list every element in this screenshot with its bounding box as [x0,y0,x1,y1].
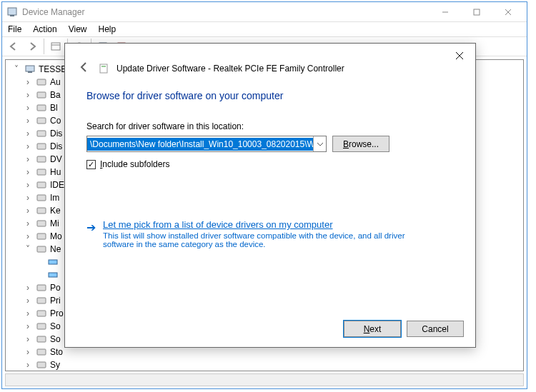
window-title: Device Manager [22,7,84,17]
device-category-icon [36,333,47,345]
svg-rect-15 [37,105,46,111]
expand-icon[interactable]: › [23,347,33,357]
pick-description: This list will show installed driver sof… [103,231,432,248]
expand-icon[interactable]: ˅ [11,64,21,74]
svg-rect-40 [101,66,106,67]
tree-item-label: Dis [50,141,62,151]
expand-icon[interactable]: › [23,180,33,190]
svg-rect-34 [37,349,46,355]
svg-rect-12 [28,71,32,73]
svg-rect-23 [37,208,46,213]
expand-icon[interactable]: ˅ [23,244,33,254]
svg-rect-0 [8,8,16,15]
expand-icon[interactable]: › [23,90,33,100]
expand-icon[interactable]: › [23,141,33,151]
include-subfolders-checkbox[interactable]: ✓ [86,160,96,169]
expand-icon[interactable]: › [23,129,33,139]
network-adapter-icon [47,256,59,268]
menubar: File Action View Help [2,22,527,36]
nav-forward-button[interactable] [24,39,41,54]
tree-item-label: Po [50,283,61,293]
device-category-icon [36,179,47,191]
expand-icon[interactable]: › [23,167,33,177]
tree-item-label: Co [50,116,61,126]
svg-rect-18 [37,144,46,149]
tree-item-label: Hu [50,167,61,177]
dialog-close-button[interactable] [450,48,470,64]
svg-rect-25 [37,233,46,239]
expand-icon[interactable]: › [23,321,33,331]
nav-back-button[interactable] [5,39,22,54]
dialog-header: Update Driver Software - Realtek PCIe FE… [65,44,475,83]
expand-icon[interactable]: › [23,218,33,228]
tree-item-label: Sy [50,360,60,370]
expand-icon[interactable]: › [23,296,33,306]
device-category-icon [36,166,47,178]
device-category-icon [36,243,47,255]
expand-icon[interactable]: › [23,334,33,344]
svg-rect-21 [37,182,46,188]
expand-icon[interactable]: › [23,103,33,113]
svg-rect-19 [37,156,46,162]
device-category-icon [36,89,47,101]
tree-item-label: Ne [50,244,61,254]
dialog-title: Update Driver Software - Realtek PCIe FE… [116,64,344,74]
maximize-button[interactable] [461,4,492,20]
device-category-icon [36,321,47,332]
svg-rect-14 [37,92,46,98]
svg-rect-30 [37,298,46,303]
device-category-icon [36,346,47,358]
expand-icon[interactable]: › [23,116,33,126]
tree-item-label: Bl [50,103,58,113]
device-category-icon [36,154,47,165]
cancel-button[interactable]: Cancel [407,321,464,337]
svg-rect-28 [49,273,57,277]
browse-button[interactable]: Browse... [332,136,389,152]
next-button[interactable]: Next [344,321,401,337]
svg-rect-26 [37,246,46,252]
location-combobox[interactable]: \Documents\New folder\Install_Win10_1000… [86,136,327,152]
driver-icon [98,63,109,74]
expand-icon[interactable]: › [23,206,33,216]
tree-item-label: So [50,321,61,331]
device-category-icon [36,102,47,114]
minimize-button[interactable] [430,4,461,20]
toolbar-detail-icon[interactable] [47,39,64,54]
svg-rect-29 [37,285,46,291]
svg-rect-39 [100,64,107,73]
include-subfolders-label: Include subfolders [100,159,169,169]
expand-icon[interactable]: › [23,360,33,370]
expand-icon[interactable]: › [23,154,33,164]
tree-item-label: Pro [50,308,64,318]
include-subfolders-row[interactable]: ✓ Include subfolders [86,159,454,169]
menu-help[interactable]: Help [99,24,116,34]
expand-icon[interactable]: › [23,283,33,293]
tree-item[interactable]: ›Sy [9,358,520,371]
expand-icon[interactable]: › [23,77,33,87]
svg-rect-32 [37,323,46,329]
device-category-icon [36,115,47,126]
chevron-down-icon[interactable] [313,136,326,151]
expand-icon[interactable]: › [23,193,33,203]
svg-rect-13 [37,79,46,85]
expand-icon[interactable]: › [23,308,33,318]
pick-from-list-option[interactable]: ➔ Let me pick from a list of device driv… [86,219,454,248]
tree-item-label: Ke [50,206,61,216]
back-arrow-icon[interactable] [78,61,91,76]
svg-rect-33 [37,336,46,342]
menu-action[interactable]: Action [33,24,56,34]
device-category-icon [36,218,47,229]
pick-title: Let me pick from a list of device driver… [103,219,432,230]
expand-icon[interactable]: › [23,231,33,241]
device-category-icon [36,128,47,139]
close-button[interactable] [492,4,524,20]
computer-icon [24,64,36,75]
tree-item-label: Mi [50,218,59,228]
svg-rect-17 [37,131,46,136]
svg-rect-35 [37,362,46,368]
device-category-icon [36,192,47,203]
menu-view[interactable]: View [69,24,87,34]
device-category-icon [36,359,47,371]
menu-file[interactable]: File [8,24,21,34]
dialog-heading: Browse for driver software on your compu… [65,83,475,109]
